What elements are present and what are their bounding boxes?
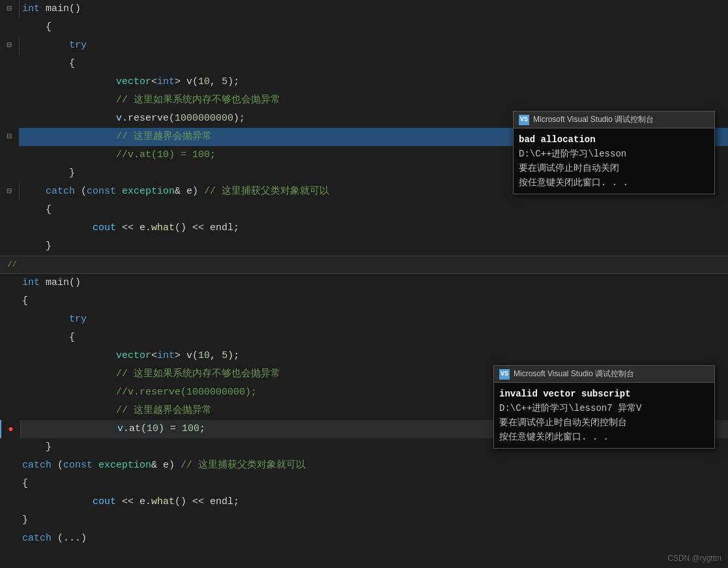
console-title-2: Microsoft Visual Studio 调试控制台 bbox=[514, 368, 634, 380]
code-text: // 这里越界会抛异常 bbox=[20, 128, 212, 146]
code-text: v.at(10) = 100; bbox=[21, 420, 205, 438]
vs-icon-2: VS bbox=[499, 369, 510, 380]
fold-icon: ⊟ bbox=[7, 128, 12, 146]
editor-area: ⊟ int main() { ⊟ try { vector<int> v(10,… bbox=[0, 0, 728, 568]
code-line: { bbox=[0, 329, 728, 347]
code-text: catch (const exception& e) // 这里捕获父类对象就可… bbox=[20, 456, 306, 475]
code-text: { bbox=[20, 292, 28, 310]
fold-icon[interactable]: ⊟ bbox=[7, 37, 12, 55]
breakpoint-indicator: ● bbox=[8, 420, 13, 438]
code-line: catch (const exception& e) // 这里捕获父类对象就可… bbox=[0, 456, 728, 475]
code-text: try bbox=[20, 37, 87, 55]
code-text: // 这里如果系统内存不够也会抛异常 bbox=[20, 91, 280, 110]
code-text: vector<int> v(10, 5); bbox=[20, 347, 239, 365]
fold-icon[interactable]: ⊟ bbox=[7, 0, 12, 18]
code-line: cout << e.what() << endl; bbox=[0, 219, 728, 237]
code-text: // 这里如果系统内存不够也会抛异常 bbox=[20, 365, 280, 383]
gutter: ⊟ bbox=[0, 37, 20, 55]
code-text: { bbox=[20, 475, 28, 493]
code-line: ⊟ try bbox=[0, 37, 728, 55]
code-line: { bbox=[0, 475, 728, 493]
code-text: { bbox=[20, 201, 51, 219]
code-line: try bbox=[0, 310, 728, 329]
code-text: //v.at(10) = 100; bbox=[20, 146, 216, 164]
code-text: } bbox=[20, 164, 75, 183]
code-line: cout << e.what() << endl; bbox=[0, 493, 728, 511]
gutter: ⊟ bbox=[0, 128, 20, 146]
code-text: catch (...) bbox=[20, 530, 87, 548]
console-line: D:\C++进阶学习\lesson bbox=[519, 147, 709, 161]
code-text: cout << e.what() << endl; bbox=[20, 219, 239, 237]
console-line: bad allocation bbox=[519, 132, 709, 147]
code-text: v.reserve(1000000000); bbox=[20, 110, 245, 128]
code-text: catch (const exception& e) // 这里捕获父类对象就可… bbox=[20, 183, 329, 201]
console-line: 要在调试停止时自动关闭 bbox=[519, 161, 709, 175]
gutter: ⊟ bbox=[0, 0, 20, 18]
code-line: } bbox=[0, 511, 728, 530]
code-text: //v.reserve(1000000000); bbox=[20, 383, 257, 402]
code-line: { bbox=[0, 18, 728, 37]
console-titlebar-2: VS Microsoft Visual Studio 调试控制台 bbox=[494, 366, 714, 383]
watermark: CSDN @rygttm bbox=[667, 554, 721, 563]
code-text: int main() bbox=[20, 274, 81, 292]
code-text: int main() bbox=[20, 0, 81, 18]
console-body-1: bad allocation D:\C++进阶学习\lesson 要在调试停止时… bbox=[514, 128, 714, 194]
code-text: // 这里越界会抛异常 bbox=[20, 402, 212, 420]
console-body-2: invalid vector subscript D:\C++进阶学习\less… bbox=[494, 383, 714, 448]
code-line: catch (...) bbox=[0, 530, 728, 548]
console-line: D:\C++进阶学习\lesson7 异常V bbox=[499, 401, 709, 415]
console-titlebar-1: VS Microsoft Visual Studio 调试控制台 bbox=[514, 112, 714, 128]
code-text: } bbox=[20, 511, 28, 530]
vs-icon: VS bbox=[519, 115, 529, 125]
code-line: vector<int> v(10, 5); bbox=[0, 347, 728, 365]
console-window-1: VS Microsoft Visual Studio 调试控制台 bad all… bbox=[513, 111, 715, 194]
console-line: invalid vector subscript bbox=[499, 387, 709, 401]
code-line: { bbox=[0, 55, 728, 73]
console-title-1: Microsoft Visual Studio 调试控制台 bbox=[533, 114, 654, 125]
code-text: } bbox=[20, 438, 51, 456]
code-container: ⊟ int main() { ⊟ try { vector<int> v(10,… bbox=[0, 0, 728, 548]
code-text: { bbox=[20, 18, 51, 37]
code-line: int main() bbox=[0, 274, 728, 292]
code-line: { bbox=[0, 292, 728, 310]
code-text: { bbox=[20, 329, 75, 347]
console-line: 要在调试停止时自动关闭控制台 bbox=[499, 415, 709, 430]
console-window-2: VS Microsoft Visual Studio 调试控制台 invalid… bbox=[493, 365, 715, 449]
code-line: { bbox=[0, 201, 728, 219]
gutter: ● bbox=[1, 420, 21, 438]
code-line: // 这里如果系统内存不够也会抛异常 bbox=[0, 91, 728, 110]
console-line: 按任意键关闭此窗口. . . bbox=[499, 430, 709, 444]
separator-line: // bbox=[0, 256, 728, 274]
code-line: } bbox=[0, 237, 728, 256]
code-text: cout << e.what() << endl; bbox=[20, 493, 239, 511]
fold-icon[interactable]: ⊟ bbox=[7, 183, 12, 201]
code-line: vector<int> v(10, 5); bbox=[0, 73, 728, 91]
code-line: ⊟ int main() bbox=[0, 0, 728, 18]
code-text: try bbox=[20, 310, 87, 329]
code-text: } bbox=[20, 237, 51, 256]
code-text: { bbox=[20, 55, 75, 73]
code-text: vector<int> v(10, 5); bbox=[20, 73, 239, 91]
console-line: 按任意键关闭此窗口. . . bbox=[519, 175, 709, 190]
gutter: ⊟ bbox=[0, 183, 20, 201]
